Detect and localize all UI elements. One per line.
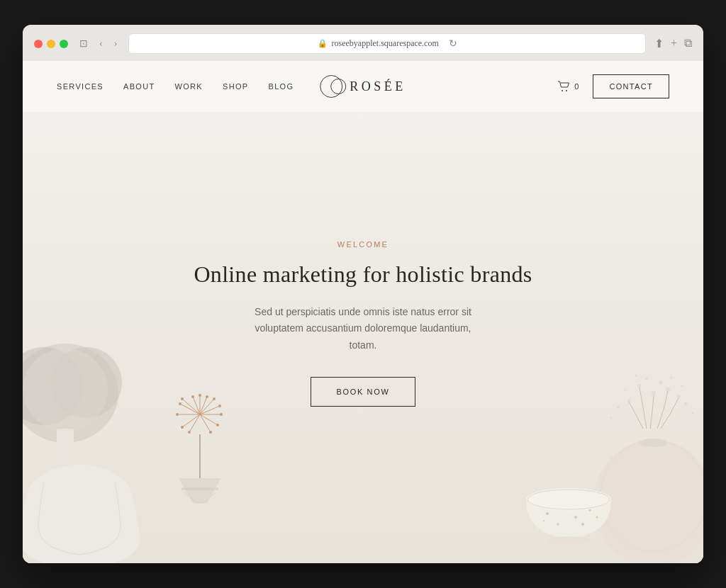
window-icon[interactable]: ⊡ [77, 36, 91, 51]
address-bar[interactable]: 🔒 roseebyapplet.squarespace.com ↻ [128, 33, 646, 54]
url-text: roseebyapplet.squarespace.com [332, 38, 439, 49]
svg-point-62 [596, 516, 598, 519]
svg-point-66 [547, 536, 590, 545]
svg-point-43 [617, 406, 620, 409]
website: SERVICES ABOUT WORK SHOP BLOG ROSÉE 0 [23, 61, 703, 563]
svg-point-29 [220, 413, 223, 416]
svg-point-40 [677, 395, 681, 399]
forward-button[interactable]: › [111, 37, 121, 51]
svg-point-48 [681, 385, 683, 388]
svg-point-44 [684, 402, 687, 405]
stem-flowers [172, 393, 228, 507]
svg-point-22 [176, 413, 179, 416]
svg-point-64 [526, 488, 611, 511]
logo-icon [320, 75, 342, 98]
cart-count: 0 [574, 82, 579, 91]
svg-point-31 [209, 431, 212, 434]
browser-chrome: ⊡ ‹ › 🔒 roseebyapplet.squarespace.com ↻ … [23, 25, 703, 61]
svg-point-30 [216, 424, 219, 426]
browser-actions: ⬆ + ⧉ [654, 37, 692, 50]
svg-point-0 [562, 90, 563, 91]
svg-point-36 [652, 391, 656, 395]
svg-point-58 [557, 524, 559, 526]
nav-left: SERVICES ABOUT WORK SHOP BLOG [57, 82, 294, 91]
welcome-label: WELCOME [194, 240, 532, 249]
close-button[interactable] [34, 40, 43, 48]
hero: WELCOME Online marketing for holistic br… [23, 112, 703, 563]
traffic-lights [34, 40, 68, 48]
svg-point-54 [546, 512, 549, 515]
refresh-button[interactable]: ↻ [449, 38, 457, 50]
svg-point-39 [627, 399, 630, 402]
svg-point-32 [188, 431, 191, 434]
svg-point-41 [645, 378, 648, 380]
minimize-button[interactable] [47, 40, 55, 48]
svg-point-46 [671, 377, 673, 379]
svg-line-19 [189, 414, 200, 432]
logo-text: ROSÉE [350, 79, 406, 94]
svg-point-33 [181, 426, 184, 429]
nav-logo[interactable]: ROSÉE [320, 75, 406, 98]
svg-point-50 [692, 412, 694, 414]
vase-right-bowl [519, 478, 618, 549]
svg-line-18 [200, 414, 211, 432]
svg-point-1 [566, 90, 567, 91]
nav-right: 0 CONTACT [557, 74, 669, 98]
browser-window: ⊡ ‹ › 🔒 roseebyapplet.squarespace.com ↻ … [23, 25, 703, 563]
nav: SERVICES ABOUT WORK SHOP BLOG ROSÉE 0 [23, 61, 703, 112]
svg-point-5 [23, 349, 108, 431]
back-button[interactable]: ‹ [96, 37, 106, 51]
duplicate-button[interactable]: ⧉ [684, 37, 692, 50]
hero-headline: Online marketing for holistic brands [194, 260, 532, 290]
nav-blog[interactable]: BLOG [268, 82, 294, 91]
nav-about[interactable]: ABOUT [123, 82, 155, 91]
cart-button[interactable]: 0 [557, 81, 579, 92]
svg-point-53 [640, 439, 668, 447]
svg-point-42 [659, 381, 663, 385]
svg-point-37 [638, 385, 642, 388]
share-button[interactable]: ⬆ [654, 37, 664, 50]
browser-controls: ⊡ ‹ › [77, 36, 120, 51]
svg-point-49 [610, 417, 613, 419]
nav-shop[interactable]: SHOP [223, 82, 248, 91]
book-now-button[interactable]: BOOK NOW [311, 377, 416, 407]
contact-button[interactable]: CONTACT [593, 74, 669, 98]
svg-point-45 [635, 375, 637, 377]
nav-services[interactable]: SERVICES [57, 82, 104, 91]
vase-left-large [23, 337, 157, 563]
svg-point-59 [581, 523, 584, 526]
svg-line-17 [200, 414, 218, 425]
svg-point-56 [574, 516, 577, 519]
svg-line-20 [182, 414, 200, 427]
fullscreen-button[interactable] [60, 40, 68, 48]
hero-content: WELCOME Online marketing for holistic br… [179, 240, 546, 407]
new-tab-button[interactable]: + [671, 37, 677, 50]
hero-subtext: Sed ut perspiciatis unde omnis iste natu… [242, 304, 484, 354]
svg-point-63 [543, 520, 544, 521]
nav-work[interactable]: WORK [175, 82, 203, 91]
svg-point-47 [625, 389, 627, 391]
lock-icon: 🔒 [318, 39, 328, 48]
